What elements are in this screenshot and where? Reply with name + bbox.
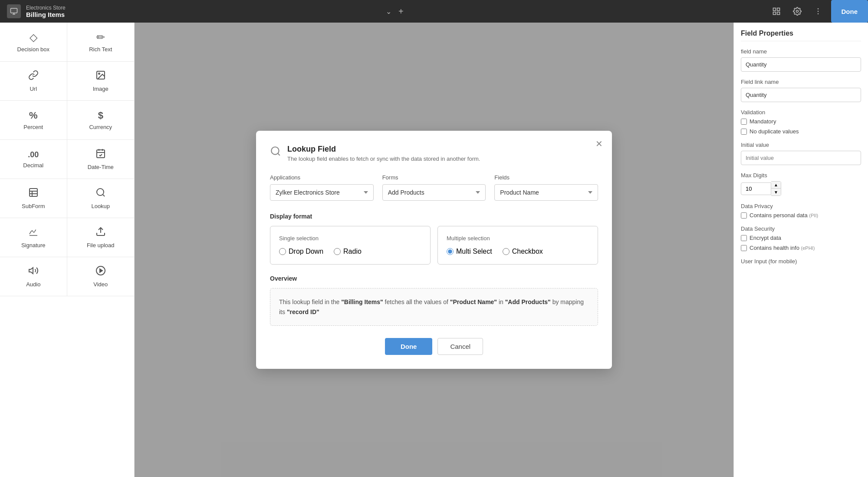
multi-select-radio-option[interactable]: Multi Select xyxy=(447,248,492,255)
sidebar-item-label: Percent xyxy=(23,124,43,130)
forms-label: Forms xyxy=(382,174,486,181)
max-digits-input[interactable] xyxy=(741,182,771,195)
dropdown-label: Drop Down xyxy=(289,248,323,255)
sidebar-item-signature[interactable]: Signature xyxy=(0,218,67,257)
applications-group: Applications Zylker Electronics Store xyxy=(270,174,374,201)
multiple-selection-label: Multiple selection xyxy=(447,235,589,242)
dropdown-radio[interactable] xyxy=(279,248,286,255)
pii-label[interactable]: Contains personal data (PII) xyxy=(750,212,818,219)
svg-point-12 xyxy=(99,73,100,74)
overview-box: This lookup field in the "Billing Items"… xyxy=(270,288,598,326)
sidebar-item-rich-text[interactable]: ✏ Rich Text xyxy=(67,23,135,62)
date-time-icon xyxy=(95,148,106,161)
field-name-input[interactable] xyxy=(741,57,861,72)
video-icon xyxy=(95,265,106,278)
currency-icon: $ xyxy=(98,110,103,121)
max-digits-label: Max Digits xyxy=(741,172,861,179)
sidebar-item-url[interactable]: Url xyxy=(0,62,67,101)
single-selection-box: Single selection Drop Down Radio xyxy=(270,226,431,265)
sidebar-item-label: Decision box xyxy=(17,46,49,53)
format-row: Single selection Drop Down Radio xyxy=(270,226,598,265)
sidebar-item-label: Currency xyxy=(89,124,112,130)
max-digits-stepper: ▲ ▼ xyxy=(741,181,861,196)
sidebar-item-image[interactable]: Image xyxy=(67,62,135,101)
sidebar-item-decimal[interactable]: .00 Decimal xyxy=(0,140,67,179)
sidebar-item-date-time[interactable]: Date-Time xyxy=(67,140,135,179)
overview-text-3: in xyxy=(497,298,505,305)
health-info-checkbox[interactable] xyxy=(741,245,747,251)
dropdown-radio-option[interactable]: Drop Down xyxy=(279,248,323,255)
checkbox-radio[interactable] xyxy=(503,248,510,255)
encrypt-label[interactable]: Encrypt data xyxy=(750,235,781,241)
forms-select[interactable]: Add Products xyxy=(382,184,486,201)
modal-cancel-button[interactable]: Cancel xyxy=(437,338,483,355)
field-name-section: field name xyxy=(741,48,861,72)
grid-icon[interactable] xyxy=(769,3,784,19)
overview-text-1: This lookup field in the xyxy=(279,298,341,305)
fields-label: Fields xyxy=(494,174,598,181)
svg-line-29 xyxy=(278,153,280,156)
modal-header: Lookup Field The lookup field enables to… xyxy=(270,145,598,162)
sidebar-item-label: Audio xyxy=(26,281,40,288)
overview-quote2: "Product Name" xyxy=(450,298,497,305)
multi-select-radio[interactable] xyxy=(447,248,454,255)
checkbox-label: Checkbox xyxy=(512,248,543,255)
sidebar-item-label: SubForm xyxy=(22,203,45,209)
chevron-down-icon[interactable]: ⌄ xyxy=(386,7,391,16)
field-name-label: field name xyxy=(741,48,861,55)
settings-icon[interactable] xyxy=(789,3,805,19)
sidebar-item-video[interactable]: Video xyxy=(67,257,135,296)
multiple-selection-box: Multiple selection Multi Select Checkbox xyxy=(437,226,598,265)
stepper-up-button[interactable]: ▲ xyxy=(771,182,781,189)
sidebar-item-label: Url xyxy=(30,86,37,92)
sidebar-item-audio[interactable]: Audio xyxy=(0,257,67,296)
sidebar-item-lookup[interactable]: Lookup xyxy=(67,179,135,218)
sidebar-item-label: Video xyxy=(93,281,108,288)
sidebar-item-label: Lookup xyxy=(91,203,110,209)
data-privacy-label: Data Privacy xyxy=(741,203,861,209)
radio-radio[interactable] xyxy=(334,248,341,255)
mandatory-label[interactable]: Mandatory xyxy=(750,118,776,125)
sidebar-item-currency[interactable]: $ Currency xyxy=(67,101,135,140)
stepper-down-button[interactable]: ▼ xyxy=(771,189,781,195)
sidebar-item-label: Rich Text xyxy=(89,46,112,53)
applications-select[interactable]: Zylker Electronics Store xyxy=(270,184,374,201)
field-link-name-section: Field link name xyxy=(741,79,861,102)
modal-lookup-icon xyxy=(270,146,281,159)
sidebar-item-label: Image xyxy=(93,86,108,92)
svg-point-10 xyxy=(817,13,819,15)
sidebar-item-subform[interactable]: SubForm xyxy=(0,179,67,218)
add-icon[interactable]: + xyxy=(398,7,404,17)
svg-rect-3 xyxy=(773,8,776,11)
encrypt-checkbox[interactable] xyxy=(741,235,747,241)
sidebar-item-label: File upload xyxy=(87,242,115,248)
percent-icon: % xyxy=(29,110,38,121)
overview-quote3: "Add Products" xyxy=(505,298,551,305)
svg-point-21 xyxy=(97,189,104,195)
ephi-tag: (ePHI) xyxy=(801,245,815,251)
checkbox-radio-option[interactable]: Checkbox xyxy=(503,248,543,255)
sidebar-item-file-upload[interactable]: File upload xyxy=(67,218,135,257)
sidebar-item-decision-box[interactable]: ◇ Decision box xyxy=(0,23,67,62)
no-duplicate-label[interactable]: No duplicate values xyxy=(750,128,799,135)
multiple-selection-options: Multi Select Checkbox xyxy=(447,248,589,255)
header-done-button[interactable]: Done xyxy=(831,0,868,23)
modal-done-button[interactable]: Done xyxy=(385,338,433,355)
health-info-label[interactable]: Contains health info (ePHI) xyxy=(750,245,815,251)
more-options-icon[interactable] xyxy=(810,3,826,19)
field-link-name-input[interactable] xyxy=(741,88,861,102)
modal-close-button[interactable]: ✕ xyxy=(593,138,605,150)
mandatory-checkbox[interactable] xyxy=(741,119,747,125)
svg-rect-0 xyxy=(11,8,17,13)
audio-icon xyxy=(28,265,39,278)
radio-label: Radio xyxy=(343,248,362,255)
no-duplicate-checkbox[interactable] xyxy=(741,129,747,135)
sidebar-item-percent[interactable]: % Percent xyxy=(0,101,67,140)
sidebar-grid: ◇ Decision box ✏ Rich Text Url Image % xyxy=(0,23,134,296)
fields-select[interactable]: Product Name xyxy=(494,184,598,201)
initial-value-input[interactable] xyxy=(741,151,861,165)
content-area: ✕ Lookup Field The lookup field enables … xyxy=(135,23,733,477)
radio-radio-option[interactable]: Radio xyxy=(334,248,362,255)
pii-checkbox[interactable] xyxy=(741,212,747,219)
lookup-field-modal: ✕ Lookup Field The lookup field enables … xyxy=(256,131,612,369)
